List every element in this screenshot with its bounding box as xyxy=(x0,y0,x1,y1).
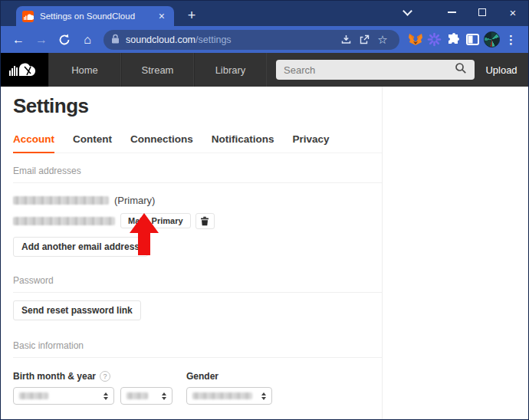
secondary-email-row: Make Primary xyxy=(13,212,528,229)
side-panel-icon[interactable] xyxy=(463,30,482,49)
birth-field-group: Birth month & year ? xyxy=(13,371,172,405)
page-title: Settings xyxy=(13,94,528,118)
tab-search-icon[interactable] xyxy=(392,1,422,24)
select-stepper-icon xyxy=(261,392,266,400)
search-placeholder: Search xyxy=(284,64,455,76)
redacted-gender xyxy=(192,392,252,399)
url-domain: soundcloud.com xyxy=(126,34,196,45)
home-icon[interactable]: ⌂ xyxy=(77,30,97,50)
reload-icon[interactable] xyxy=(54,30,74,50)
password-section-label: Password xyxy=(13,275,382,293)
tab-account[interactable]: Account xyxy=(13,133,54,153)
birth-label: Birth month & year xyxy=(13,371,96,382)
minimize-button[interactable] xyxy=(436,1,467,24)
help-icon[interactable]: ? xyxy=(100,371,110,382)
basic-info-form: Birth month & year ? Gender xyxy=(13,371,528,405)
tab-notifications[interactable]: Notifications xyxy=(212,133,274,153)
red-arrow-annotation xyxy=(129,213,159,256)
pinwheel-extension-icon[interactable] xyxy=(425,30,444,49)
close-window-button[interactable]: × xyxy=(498,1,528,24)
redacted-birth-year xyxy=(127,392,148,399)
select-stepper-icon xyxy=(162,392,166,400)
primary-email-row: (Primary) xyxy=(13,194,528,206)
tab-connections[interactable]: Connections xyxy=(130,133,193,153)
share-icon[interactable] xyxy=(355,31,373,49)
tab-privacy[interactable]: Privacy xyxy=(293,133,330,153)
basic-info-section-label: Basic information xyxy=(13,340,382,358)
upload-button[interactable]: Upload xyxy=(475,53,528,87)
lock-icon xyxy=(111,33,120,47)
birth-year-select[interactable] xyxy=(120,387,172,405)
browser-tab-active[interactable]: Settings on SoundCloud × xyxy=(16,6,174,26)
maximize-button[interactable] xyxy=(467,1,498,24)
browser-toolbar: ← → ⌂ soundcloud.com/settings xyxy=(1,26,528,53)
redacted-primary-email xyxy=(13,196,109,205)
send-reset-password-button[interactable]: Send reset password link xyxy=(13,300,141,320)
soundcloud-header: Home Stream Library Search Upload xyxy=(1,53,528,87)
search-area: Search xyxy=(267,53,475,87)
trash-icon xyxy=(200,216,209,226)
delete-email-button[interactable] xyxy=(196,213,215,229)
search-input[interactable]: Search xyxy=(276,60,475,80)
metamask-extension-icon[interactable] xyxy=(406,30,425,49)
gender-field-group: Gender xyxy=(186,371,272,405)
new-tab-button[interactable]: + xyxy=(182,5,202,25)
primary-suffix: (Primary) xyxy=(114,195,155,206)
select-stepper-icon xyxy=(104,392,108,400)
back-icon[interactable]: ← xyxy=(8,30,28,50)
gender-select[interactable] xyxy=(186,387,272,405)
browser-window: Settings on SoundCloud × + × ← → ⌂ xyxy=(0,0,529,420)
settings-page: Settings Account Content Connections Not… xyxy=(1,87,528,420)
birth-label-row: Birth month & year ? xyxy=(13,371,172,382)
birth-month-select[interactable] xyxy=(13,387,114,405)
profile-avatar[interactable] xyxy=(482,30,501,49)
add-email-button[interactable]: Add another email address xyxy=(13,237,148,257)
email-section-label: Email addresses xyxy=(13,166,382,183)
content-right-divider xyxy=(382,87,383,420)
nav-library[interactable]: Library xyxy=(194,53,267,87)
tab-content[interactable]: Content xyxy=(73,133,112,153)
soundcloud-logo[interactable] xyxy=(1,53,48,87)
nav-home[interactable]: Home xyxy=(48,53,121,87)
birth-selects xyxy=(13,387,172,405)
redacted-secondary-email xyxy=(13,217,115,225)
address-bar[interactable]: soundcloud.com/settings ☆ xyxy=(104,30,399,50)
nav-stream[interactable]: Stream xyxy=(121,53,194,87)
bookmark-star-icon[interactable]: ☆ xyxy=(373,31,392,49)
search-icon[interactable] xyxy=(455,62,467,77)
url-text: soundcloud.com/settings xyxy=(126,34,337,45)
download-page-icon[interactable] xyxy=(337,31,355,49)
browser-menu-icon[interactable]: ⋮ xyxy=(501,30,521,49)
url-path: /settings xyxy=(196,34,232,45)
tab-close-icon[interactable]: × xyxy=(156,10,168,22)
gender-label: Gender xyxy=(186,371,272,382)
settings-tabs: Account Content Connections Notification… xyxy=(13,133,382,153)
tab-title: Settings on SoundCloud xyxy=(40,11,156,21)
browser-titlebar: Settings on SoundCloud × + × xyxy=(1,1,528,26)
extensions-puzzle-icon[interactable] xyxy=(444,30,463,49)
soundcloud-favicon xyxy=(22,11,34,22)
forward-icon[interactable]: → xyxy=(31,30,51,50)
redacted-birth-month xyxy=(19,392,48,399)
gender-selects xyxy=(186,387,272,405)
window-controls: × xyxy=(392,1,528,24)
